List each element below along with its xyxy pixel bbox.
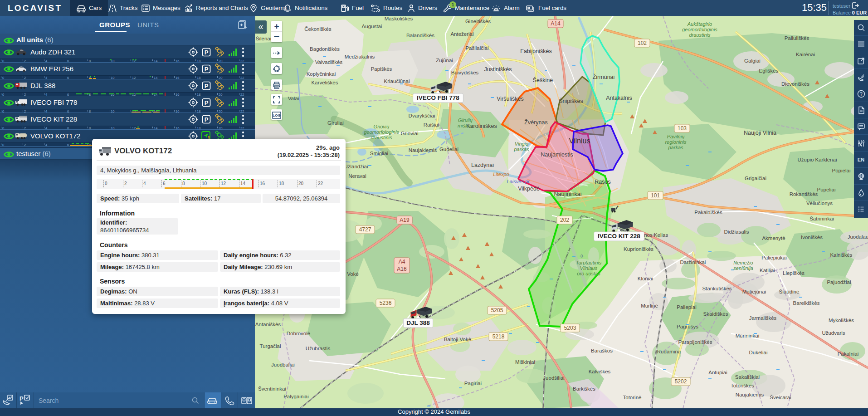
svg-text:Ivoniškės: Ivoniškės — [801, 235, 823, 240]
svg-text:Buivydiškės: Buivydiškės — [451, 70, 479, 75]
svg-text:seniūnija: seniūnija — [733, 265, 753, 271]
svg-text:Vilniaus: Vilniaus — [580, 265, 598, 271]
svg-text:Šeškinė: Šeškinė — [533, 77, 553, 83]
svg-text:Kriaučiūnai: Kriaučiūnai — [384, 78, 410, 84]
svg-text:Vėliučionys: Vėliučionys — [806, 201, 833, 206]
svg-text:A14: A14 — [551, 20, 561, 27]
svg-text:Naujakiemis: Naujakiemis — [409, 147, 437, 153]
svg-text:Sakališkiai: Sakališkiai — [735, 374, 760, 380]
svg-text:5205: 5205 — [491, 307, 503, 313]
svg-text:Mūrininkai: Mūrininkai — [736, 333, 759, 338]
svg-text:geomorfologinis: geomorfologinis — [364, 129, 399, 135]
svg-text:Lazdynai: Lazdynai — [471, 162, 494, 168]
svg-text:Valai: Valai — [288, 96, 299, 101]
svg-text:A19: A19 — [400, 217, 410, 223]
svg-text:Didžiasalis: Didžiasalis — [724, 229, 749, 235]
svg-text:Kairėnai: Kairėnai — [796, 52, 815, 57]
svg-text:P: P — [205, 116, 209, 123]
svg-text:A16: A16 — [397, 266, 407, 272]
svg-text:Litexpo: Litexpo — [493, 171, 509, 177]
svg-text:Antupiai: Antupiai — [708, 370, 727, 375]
svg-text:Vaivadiškės: Vaivadiškės — [315, 59, 343, 65]
svg-text:103: 103 — [678, 125, 687, 132]
svg-text:Baraškos: Baraškos — [591, 348, 613, 353]
svg-text:Baltoji Vokė: Baltoji Vokė — [444, 337, 471, 342]
svg-text:101: 101 — [651, 192, 660, 199]
svg-text:Pagrūšys: Pagrūšys — [677, 324, 698, 329]
svg-text:Vingio: Vingio — [515, 141, 528, 147]
svg-text:Giruliai: Giruliai — [327, 120, 344, 126]
svg-text:P: P — [205, 99, 209, 106]
svg-text:Naujakiemis: Naujakiemis — [736, 392, 764, 397]
svg-text:Žvėrynas: Žvėrynas — [524, 119, 547, 126]
svg-text:Bagdoniškės: Bagdoniškės — [310, 46, 340, 52]
svg-text:Daržininkai: Daržininkai — [680, 259, 706, 265]
svg-text:5218: 5218 — [493, 333, 505, 340]
svg-text:5202: 5202 — [675, 378, 687, 385]
svg-text:Barkiškės: Barkiškės — [573, 386, 595, 392]
svg-text:Juodšiliai: Juodšiliai — [543, 375, 564, 381]
svg-text:Jarmališkės: Jarmališkės — [749, 315, 777, 321]
svg-text:geomorfologinis: geomorfologinis — [682, 27, 717, 32]
svg-text:Raišiai: Raišiai — [424, 122, 439, 127]
svg-text:Tarptautinis: Tarptautinis — [576, 260, 602, 265]
svg-text:5203: 5203 — [564, 325, 576, 331]
svg-text:A4: A4 — [399, 259, 405, 265]
svg-text:Stankutiškės: Stankutiškės — [702, 286, 731, 291]
svg-text:5236: 5236 — [380, 300, 392, 306]
svg-text:Karveliškės: Karveliškės — [312, 80, 338, 85]
svg-text:Užupio Karklėnai: Užupio Karklėnai — [798, 157, 837, 162]
svg-text:Miškiniai: Miškiniai — [515, 359, 535, 365]
svg-text:Gudeliai: Gudeliai — [439, 147, 458, 152]
svg-text:P: P — [20, 395, 24, 402]
svg-text:Pakalniai: Pakalniai — [838, 351, 859, 357]
svg-text:Užlandžiai: Užlandžiai — [344, 164, 368, 169]
svg-text:Paliepiukai: Paliepiukai — [761, 255, 787, 260]
svg-text:Girulių: Girulių — [458, 117, 473, 123]
svg-text:Katiliai: Katiliai — [760, 268, 775, 273]
svg-text:Viršuliškės: Viršuliškės — [497, 96, 524, 102]
svg-text:Gineitiškės: Gineitiškės — [465, 19, 491, 24]
svg-text:Neravai: Neravai — [348, 173, 366, 179]
svg-text:Mykoliškės: Mykoliškės — [829, 318, 854, 323]
svg-text:IVECO FBI 778: IVECO FBI 778 — [417, 94, 459, 101]
svg-text:Pašilaičiai: Pašilaičiai — [465, 45, 488, 51]
svg-text:Rasos: Rasos — [595, 179, 610, 185]
svg-text:Dvarykščiai: Dvarykščiai — [409, 113, 435, 118]
svg-text:Motiejūnai: Motiejūnai — [742, 289, 766, 294]
svg-text:Šveicarai: Šveicarai — [770, 395, 791, 400]
svg-text:Koplyčninkai: Koplyčninkai — [307, 71, 336, 77]
svg-text:Grioviai: Grioviai — [401, 131, 419, 136]
svg-text:Liepiškės: Liepiškės — [783, 270, 805, 276]
svg-text:Rokantiškės: Rokantiškės — [790, 191, 818, 197]
svg-text:Kalviškės: Kalviškės — [589, 369, 611, 374]
svg-text:Šatrininkai: Šatrininkai — [809, 216, 834, 221]
svg-text:Dobrovolė: Dobrovolė — [287, 331, 310, 336]
svg-text:Fabijoniškės: Fabijoniškės — [520, 48, 551, 54]
svg-text:4727: 4727 — [359, 226, 371, 233]
svg-text:Žirmūnai: Žirmūnai — [593, 73, 615, 80]
svg-text:Pupeliai: Pupeliai — [817, 187, 836, 192]
svg-text:Dukeliai: Dukeliai — [749, 350, 768, 355]
svg-text:Augustai: Augustai — [362, 24, 382, 29]
svg-text:Kalniškės: Kalniškės — [830, 252, 852, 258]
svg-text:Antaniškės: Antaniškės — [255, 322, 281, 327]
svg-text:Šventininkai: Šventininkai — [258, 386, 286, 392]
svg-text:Vilkpėdė: Vilkpėdė — [518, 186, 540, 192]
svg-text:draustinis: draustinis — [689, 32, 711, 38]
svg-text:Pavilnių: Pavilnių — [667, 134, 685, 139]
svg-text:102: 102 — [638, 40, 647, 46]
svg-text:Šnipiškės: Šnipiškės — [559, 98, 583, 104]
svg-text:Smigliai: Smigliai — [370, 151, 388, 156]
svg-text:P: P — [205, 83, 209, 89]
svg-text:Grigaičiai: Grigaičiai — [745, 176, 766, 181]
svg-text:Vilnius: Vilnius — [569, 137, 590, 145]
svg-text:IVECO KIT 228: IVECO KIT 228 — [598, 233, 640, 240]
svg-text:regioninis: regioninis — [665, 139, 687, 145]
svg-text:Naujininkai: Naujininkai — [554, 191, 581, 197]
svg-text:Maskoliškės: Maskoliškės — [385, 16, 413, 21]
svg-text:Pajuodžiai: Pajuodžiai — [827, 279, 851, 285]
svg-text:Galgiai: Galgiai — [744, 58, 761, 64]
svg-text:Medžiakalnis: Medžiakalnis — [345, 54, 375, 59]
svg-text:draustinis: draustinis — [371, 135, 392, 140]
